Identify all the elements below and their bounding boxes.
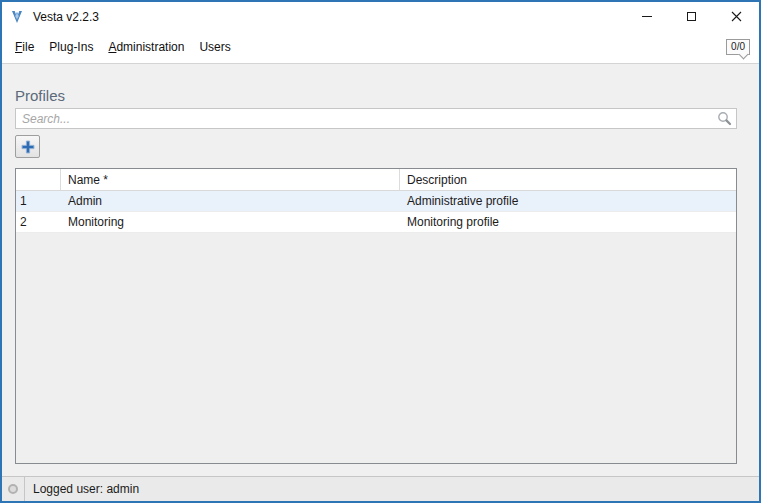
table-row[interactable]: 2 Monitoring Monitoring profile [16,212,736,233]
name-cell: Monitoring [61,212,400,232]
menubar: FilePlug-InsAdministrationUsers [2,31,759,64]
window-controls [624,2,759,31]
page-title: Profiles [15,87,65,104]
close-button[interactable] [714,2,759,31]
name-cell: Admin [61,191,400,211]
table-body: 1 Admin Administrative profile 2 Monitor… [16,191,736,233]
header-cell-description[interactable]: Description [400,169,736,190]
maximize-icon [687,12,696,21]
header-cell-name[interactable]: Name * [61,169,400,190]
status-separator [24,477,25,501]
led-circle-icon [8,484,18,494]
table-row[interactable]: 1 Admin Administrative profile [16,191,736,212]
maximize-button[interactable] [669,2,714,31]
table-header: Name * Description [16,169,736,191]
minimize-icon [642,16,652,17]
menu-item-plug-ins[interactable]: Plug-Ins [43,37,99,57]
minimize-button[interactable] [624,2,669,31]
content-panel: Profiles Name * Description [2,64,759,476]
description-cell: Monitoring profile [400,212,736,232]
menu-item-administration[interactable]: Administration [102,37,190,57]
add-profile-button[interactable] [15,135,40,158]
counter-badge: 0/0 [726,39,750,55]
menu-item-file[interactable]: File [9,37,40,57]
statusbar: Logged user: admin [2,476,759,501]
menu-item-users[interactable]: Users [193,37,236,57]
header-cell-rownum[interactable] [16,169,61,190]
window-title: Vesta v2.2.3 [33,10,99,24]
menubar-items: FilePlug-InsAdministrationUsers [9,37,240,57]
profiles-table: Name * Description 1 Admin Administrativ… [15,168,737,464]
row-number-cell: 1 [16,191,61,211]
search-box [15,108,737,129]
vesta-logo-icon [9,9,25,25]
plus-icon [21,140,35,154]
search-input[interactable] [15,108,737,129]
app-window: Vesta v2.2.3 FilePlug-InsAdministrationU… [0,0,761,503]
titlebar: Vesta v2.2.3 [2,2,759,31]
description-cell: Administrative profile [400,191,736,211]
logged-user-text: Logged user: admin [33,482,139,496]
close-icon [731,11,742,22]
row-number-cell: 2 [16,212,61,232]
